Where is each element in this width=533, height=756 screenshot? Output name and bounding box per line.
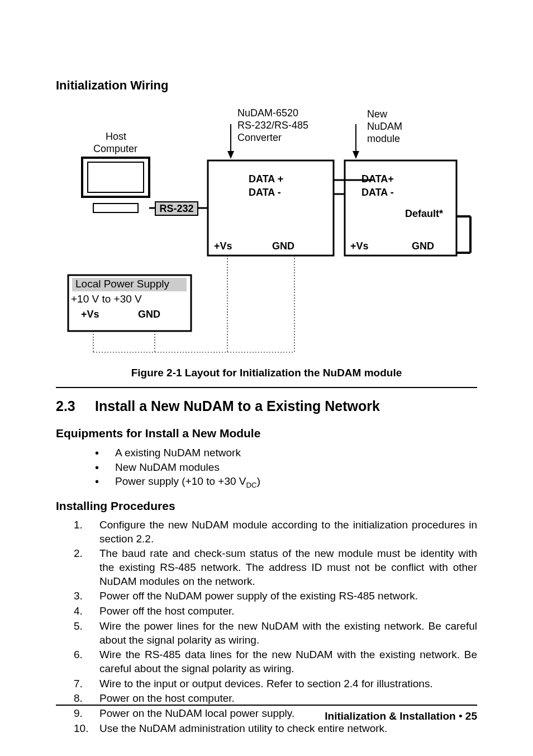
section-rule-top bbox=[56, 387, 477, 388]
power-supply-range: +10 V to +30 V bbox=[71, 293, 142, 305]
section-number: 2.3 bbox=[56, 398, 95, 414]
converter-data-minus: DATA - bbox=[249, 187, 281, 199]
step-text: Configure the new NuDAM module according… bbox=[99, 519, 477, 545]
page-root: Initialization Wiring NuDAM-6520 RS-232/… bbox=[0, 0, 533, 756]
footer-chapter: Initialization & Installation bbox=[325, 710, 455, 722]
page-footer: Initialization & Installation • 25 bbox=[56, 705, 477, 722]
step-text: Power on the host computer. bbox=[99, 692, 235, 704]
list-item: New NuDAM modules bbox=[95, 460, 477, 475]
power-vs: +Vs bbox=[81, 309, 99, 320]
step-text: Wire to the input or output devices. Ref… bbox=[99, 678, 433, 689]
heading-initialization-wiring: Initialization Wiring bbox=[56, 78, 477, 93]
list-item: 2.The baud rate and check-sum status of … bbox=[74, 547, 477, 588]
footer-bullet: • bbox=[456, 710, 465, 722]
equip-item3-post: ) bbox=[257, 475, 260, 487]
converter-gnd: GND bbox=[272, 240, 294, 252]
converter-data-plus: DATA + bbox=[249, 173, 283, 185]
step-text: Wire the RS-485 data lines for the new N… bbox=[99, 649, 477, 674]
equipments-heading: Equipments for Install a New Module bbox=[56, 427, 477, 440]
svg-rect-2 bbox=[82, 158, 149, 197]
svg-rect-3 bbox=[88, 162, 144, 192]
svg-rect-4 bbox=[93, 204, 138, 212]
list-item: 1.Configure the new NuDAM module accordi… bbox=[74, 518, 477, 546]
footer-text: Initialization & Installation • 25 bbox=[56, 710, 477, 722]
rs232-label: RS-232 bbox=[155, 201, 198, 216]
list-item: Power supply (+10 to +30 VDC) bbox=[95, 474, 477, 490]
power-gnd: GND bbox=[138, 309, 160, 320]
step-text: Power off the host computer. bbox=[99, 605, 235, 617]
diagram-figure: NuDAM-6520 RS-232/RS-485 Converter New N… bbox=[60, 107, 473, 381]
module-vs: +Vs bbox=[350, 240, 369, 252]
list-item: 7.Wire to the input or output devices. R… bbox=[74, 677, 477, 691]
list-item: A existing NuDAM network bbox=[95, 446, 477, 460]
step-text: Use the NuDAM administration utility to … bbox=[99, 722, 387, 734]
footer-page-number: 25 bbox=[465, 710, 477, 722]
list-item: 8.Power on the host computer. bbox=[74, 692, 477, 706]
step-text: Power off the NuDAM power supply of the … bbox=[99, 590, 418, 602]
list-item: 4.Power off the host computer. bbox=[74, 604, 477, 618]
module-data-minus: DATA - bbox=[361, 187, 394, 199]
list-item: 6.Wire the RS-485 data lines for the new… bbox=[74, 648, 477, 675]
equipments-list: A existing NuDAM network New NuDAM modul… bbox=[95, 446, 477, 490]
list-item: 5.Wire the power lines for the new NuDAM… bbox=[74, 620, 477, 647]
equip-item3-sub: DC bbox=[246, 481, 256, 489]
power-supply-title: Local Power Supply bbox=[75, 278, 169, 290]
section-heading: 2.3Install a New NuDAM to a Existing Net… bbox=[56, 398, 477, 414]
diagram-svg bbox=[60, 107, 473, 381]
procedures-heading: Installing Procedures bbox=[56, 499, 477, 513]
module-data-plus: DATA+ bbox=[361, 173, 394, 185]
figure-caption: Figure 2-1 Layout for Initialization the… bbox=[88, 367, 445, 379]
footer-rule bbox=[56, 705, 477, 706]
list-item: 3.Power off the NuDAM power supply of th… bbox=[74, 589, 477, 603]
step-text: Wire the power lines for the new NuDAM w… bbox=[99, 620, 477, 646]
module-gnd: GND bbox=[412, 240, 434, 252]
converter-vs: +Vs bbox=[214, 240, 232, 252]
list-item: 10.Use the NuDAM administration utility … bbox=[74, 722, 477, 736]
equip-item3-pre: Power supply (+10 to +30 V bbox=[115, 475, 246, 487]
default-label: Default* bbox=[405, 208, 443, 220]
step-text: The baud rate and check-sum status of th… bbox=[99, 547, 477, 587]
section-title: Install a New NuDAM to a Existing Networ… bbox=[95, 398, 380, 414]
procedures-list: 1.Configure the new NuDAM module accordi… bbox=[74, 518, 477, 735]
